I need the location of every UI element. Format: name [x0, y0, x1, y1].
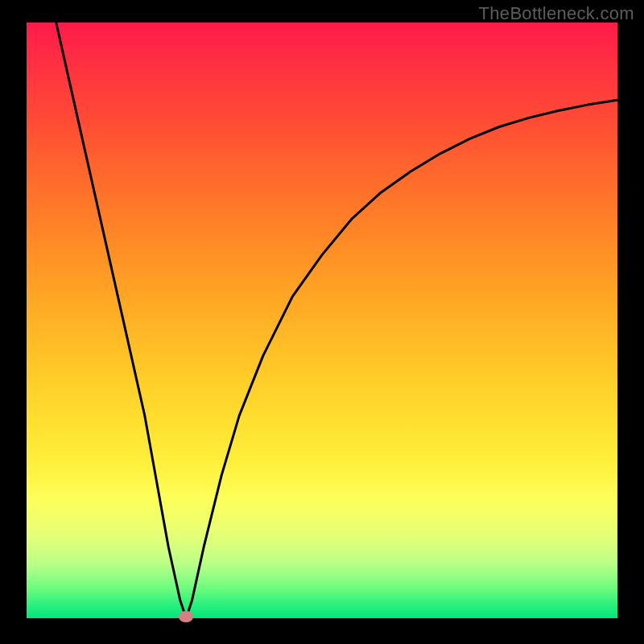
plot-area: [27, 23, 617, 618]
curve-layer: [27, 23, 617, 618]
chart-stage: TheBottleneck.com: [0, 0, 644, 644]
attribution-text: TheBottleneck.com: [479, 3, 634, 24]
bottleneck-curve: [56, 23, 617, 618]
operating-point-marker: [179, 611, 193, 622]
